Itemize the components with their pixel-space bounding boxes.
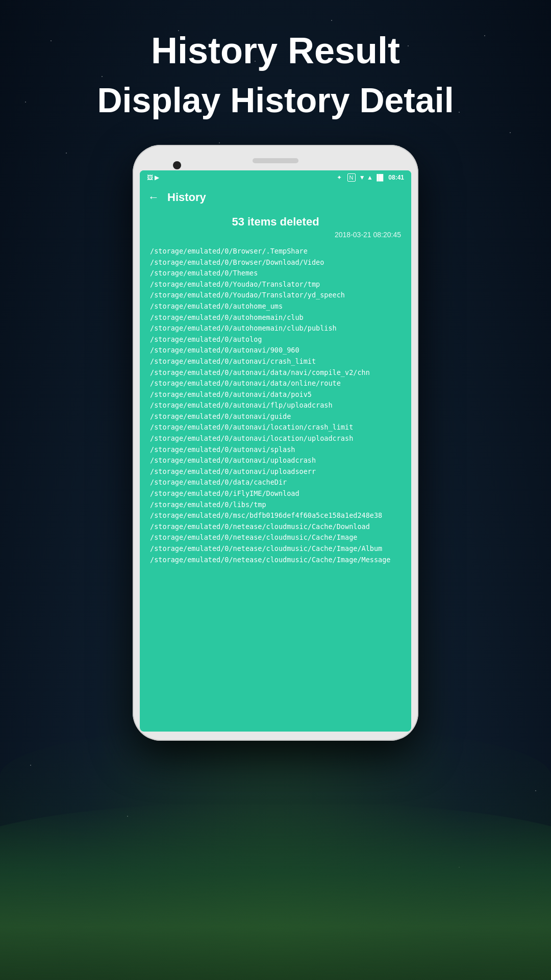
phone-speaker — [253, 158, 298, 163]
list-item: /storage/emulated/0/autolog — [150, 334, 401, 345]
list-item: /storage/emulated/0/Themes — [150, 268, 401, 279]
list-item: /storage/emulated/0/netease/cloudmusic/C… — [150, 543, 401, 555]
list-item: /storage/emulated/0/Youdao/Translator/tm… — [150, 279, 401, 290]
list-item: /storage/emulated/0/autonavi/location/cr… — [150, 422, 401, 433]
list-item: /storage/emulated/0/netease/cloudmusic/C… — [150, 521, 401, 533]
list-item: /storage/emulated/0/netease/cloudmusic/C… — [150, 555, 401, 566]
phone-mockup: 🖼 ▶ ✦ N ▼ ▲ ▐█ 08:41 ← History 53 items … — [133, 145, 418, 741]
list-item: /storage/emulated/0/autonavi/crash_limit — [150, 356, 401, 367]
heading-history-result: History Result — [151, 31, 400, 71]
list-item: /storage/emulated/0/autonavi/flp/uploadc… — [150, 400, 401, 411]
list-item: /storage/emulated/0/msc/bdfb0196def4f60a… — [150, 510, 401, 521]
list-item: /storage/emulated/0/iFlyIME/Download — [150, 488, 401, 499]
list-item: /storage/emulated/0/autonavi/splash — [150, 444, 401, 456]
list-item: /storage/emulated/0/data/cacheDir — [150, 477, 401, 488]
list-item: /storage/emulated/0/autonavi/guide — [150, 411, 401, 422]
heading-display-history: Display History Detail — [97, 81, 454, 119]
list-item: /storage/emulated/0/autonavi/data/online… — [150, 378, 401, 389]
list-item: /storage/emulated/0/autonavi/900_960 — [150, 345, 401, 356]
list-item: /storage/emulated/0/autohomemain/club/pu… — [150, 323, 401, 334]
list-item: /storage/emulated/0/Browser/.TempShare — [150, 246, 401, 257]
list-item: /storage/emulated/0/autonavi/uploadcrash — [150, 455, 401, 466]
list-item: /storage/emulated/0/Browser/Download/Vid… — [150, 257, 401, 268]
app-bar-title: History — [167, 191, 206, 204]
list-item: /storage/emulated/0/netease/cloudmusic/C… — [150, 532, 401, 543]
items-deleted-summary: 53 items deleted — [150, 215, 401, 229]
list-item: /storage/emulated/0/Youdao/Translator/yd… — [150, 290, 401, 301]
back-button[interactable]: ← — [148, 191, 159, 204]
status-time: 08:41 — [388, 174, 404, 181]
phone-top-bar — [140, 154, 411, 170]
phone-camera — [173, 161, 181, 169]
phone-screen: 🖼 ▶ ✦ N ▼ ▲ ▐█ 08:41 ← History 53 items … — [140, 170, 411, 732]
status-left-icons: 🖼 ▶ — [147, 174, 159, 181]
page-content: History Result Display History Detail 🖼 … — [0, 0, 551, 741]
list-item: /storage/emulated/0/autonavi/data/poiv5 — [150, 389, 401, 400]
status-bar: 🖼 ▶ ✦ N ▼ ▲ ▐█ 08:41 — [140, 170, 411, 185]
list-item: /storage/emulated/0/autohome_ums — [150, 301, 401, 312]
earth-surface — [0, 801, 551, 980]
list-item: /storage/emulated/0/autohomemain/club — [150, 312, 401, 323]
list-item: /storage/emulated/0/autonavi/data/navi/c… — [150, 367, 401, 379]
file-list: /storage/emulated/0/Browser/.TempShare/s… — [150, 246, 401, 565]
status-right-icons: ✦ N ▼ ▲ ▐█ 08:41 — [337, 173, 404, 182]
list-item: /storage/emulated/0/autonavi/location/up… — [150, 433, 401, 444]
list-item: /storage/emulated/0/autonavi/uploadsoerr — [150, 466, 401, 478]
history-timestamp: 2018-03-21 08:20:45 — [150, 231, 401, 239]
history-content: 53 items deleted 2018-03-21 08:20:45 /st… — [140, 210, 411, 575]
app-bar: ← History — [140, 185, 411, 210]
list-item: /storage/emulated/0/libs/tmp — [150, 499, 401, 511]
